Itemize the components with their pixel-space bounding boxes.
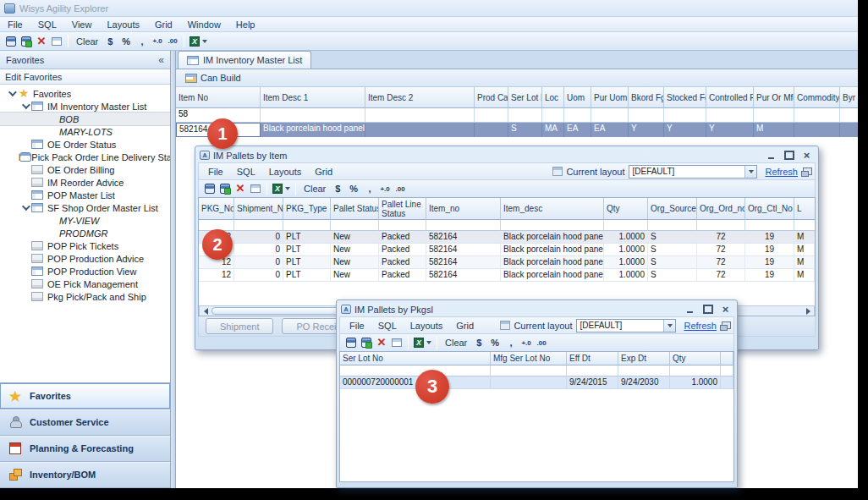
combo-dropdown-button[interactable] [663,320,675,332]
menu-file[interactable]: File [343,319,371,332]
menu-view[interactable]: View [64,18,100,31]
filter-input[interactable] [604,220,648,231]
menu-sql[interactable]: SQL [230,165,262,179]
column-header[interactable]: Mfg Ser Lot No [491,352,567,365]
pkgsl-window-titlebar[interactable]: A IM Pallets by Pkgsl [339,302,734,316]
comma-format-button[interactable]: , [135,34,150,49]
column-header[interactable]: Bkord Fg [629,87,664,108]
tree-item-prodmgr-view[interactable]: PRODMGR [0,227,170,239]
menu-grid[interactable]: Grid [308,165,339,179]
filter-input[interactable] [234,220,283,231]
excel-export-button[interactable]: X [188,34,209,49]
filter-input[interactable] [618,365,670,376]
comma-format-button[interactable]: , [503,335,519,350]
currency-format-button[interactable]: $ [330,181,345,196]
scroll-left-arrow[interactable] [200,306,212,316]
clear-button[interactable]: Clear [299,181,330,196]
tree-item-pkg-pick-pack-ship[interactable]: Pkg Pick/Pack and Ship [0,290,170,303]
menu-layouts[interactable]: Layouts [404,319,450,332]
pallet-row[interactable]: 12 0 PLT New Packed 582164 Black porcela… [199,256,815,269]
currency-format-button[interactable]: $ [471,335,486,350]
filter-input[interactable] [475,108,508,123]
filter-input[interactable] [840,108,858,123]
column-header[interactable]: PKG_No [199,198,234,220]
menu-file[interactable]: File [201,165,230,179]
column-header[interactable]: Item_no [426,198,501,220]
close-button[interactable] [799,151,814,161]
delete-icon[interactable]: ✕ [374,335,389,350]
percent-format-button[interactable]: % [345,181,362,196]
save-layout-icon[interactable] [217,181,233,196]
column-header[interactable]: Uom [564,87,591,108]
column-header[interactable]: Org_Ord_no [697,198,745,220]
column-header[interactable]: Ser Lot Fg [508,87,542,108]
filter-input[interactable] [648,220,697,231]
column-header[interactable]: Exp Dt [618,352,670,365]
pallet-row[interactable]: 12 0 PLT New Packed 582164 Black porcela… [199,244,815,256]
filter-input[interactable] [706,108,754,123]
filter-input[interactable] [542,108,564,123]
column-header[interactable]: Item No [176,87,261,108]
increase-decimal-icon[interactable]: +.0 [519,335,534,350]
float-window-icon[interactable] [722,321,731,329]
tree-item-pop-production-view[interactable]: POP Production View [0,265,170,277]
close-button[interactable] [718,305,733,315]
filter-input[interactable] [697,220,745,231]
tree-item-bh-pick-pack[interactable]: bh Pick Pack Order Line Delivery Status [0,151,170,163]
chevron-down-icon[interactable] [19,103,30,109]
filter-input[interactable] [664,108,706,123]
minimize-button[interactable] [683,305,697,315]
filter-input[interactable] [426,220,501,231]
menu-help[interactable]: Help [228,18,263,31]
save-icon[interactable] [343,335,359,350]
increase-decimal-icon[interactable]: +.0 [150,34,165,49]
refresh-link[interactable]: Refresh [765,167,798,177]
percent-format-button[interactable]: % [118,34,135,49]
chevron-down-icon[interactable] [19,205,30,211]
shipment-button[interactable]: Shipment [206,318,273,334]
tree-item-oe-order-status[interactable]: OE Order Status [0,138,170,151]
column-header[interactable]: Controlled Fg [706,87,754,108]
sidebar-item-planning-forecasting[interactable]: Planning & Forecasting [0,436,170,462]
can-build-button[interactable]: Can Build [179,72,246,84]
refresh-link[interactable]: Refresh [684,321,717,331]
menu-window[interactable]: Window [180,18,228,31]
serial-lot-row[interactable]: 000000720000001 9/24/2015 9/24/2030 1.00… [340,376,733,389]
column-header[interactable]: Pallet Status [331,198,379,220]
filter-input[interactable] [794,220,816,231]
filter-input[interactable] [508,108,542,123]
tree-item-sf-shop-order-master-list[interactable]: SF Shop Order Master List [0,201,170,214]
save-icon[interactable] [202,181,217,196]
filter-input[interactable] [564,108,591,123]
decrease-decimal-icon[interactable]: .00 [165,34,180,49]
filter-input[interactable] [670,365,721,376]
column-header[interactable]: L [794,198,816,220]
excel-export-button[interactable]: X [271,181,292,196]
column-header[interactable]: PKG_Type [283,198,331,220]
float-window-icon[interactable] [803,168,812,175]
tree-item-oe-pick-management[interactable]: OE Pick Management [0,277,170,290]
tree-item-mary-lots-view[interactable]: MARY-LOTS [0,125,170,138]
filter-input[interactable] [261,108,365,123]
tree-item-pop-master-list[interactable]: POP Master List [0,189,170,201]
filter-input[interactable] [340,365,491,376]
sidebar-item-inventory-bom[interactable]: Inventory/BOM [0,462,170,488]
column-header[interactable]: Item Desc 2 [365,87,475,108]
column-header[interactable]: Prod Cat [475,87,508,108]
tree-item-bob-view[interactable]: BOB [0,113,170,125]
clear-button[interactable]: Clear [441,335,471,350]
filter-input[interactable] [745,220,794,231]
save-layout-icon[interactable] [19,34,34,49]
restore-layout-icon[interactable] [49,34,64,49]
scroll-right-arrow[interactable] [802,306,814,316]
column-header[interactable]: Ser Lot No [340,352,491,365]
filter-input[interactable] [629,108,664,123]
currency-format-button[interactable]: $ [102,34,118,49]
pallet-row[interactable]: 12 0 PLT New Packed 582164 Black porcela… [199,269,815,282]
increase-decimal-icon[interactable]: +.0 [377,181,393,196]
excel-export-button[interactable]: X [412,335,433,350]
menu-file[interactable]: File [0,18,30,31]
tree-item-im-reorder-advice[interactable]: IM Reorder Advice [0,176,170,189]
restore-layout-icon[interactable] [389,335,404,350]
maximize-button[interactable] [782,151,796,161]
